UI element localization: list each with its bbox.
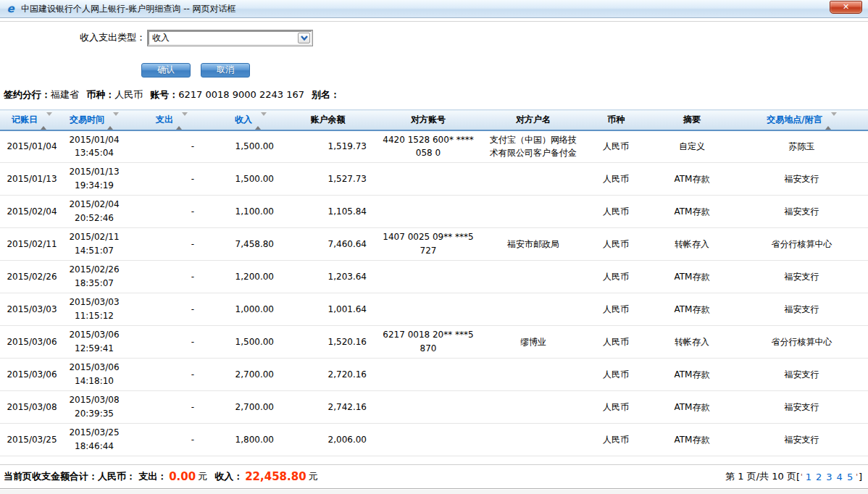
cell-currency: 人民币 bbox=[583, 261, 648, 293]
cell-balance: 1,001.64 bbox=[283, 293, 373, 326]
cell-location: 福安支行 bbox=[735, 163, 868, 196]
cell-location: 福安支行 bbox=[735, 261, 868, 293]
pagination: 第 1 页/共 10 页['12345'] bbox=[725, 470, 862, 483]
cell-counterparty-name: 福安市邮政局 bbox=[483, 228, 583, 261]
cell-counterparty-name bbox=[483, 391, 583, 424]
col-header-post-date[interactable]: 记账日 bbox=[0, 110, 64, 130]
chevron-down-icon[interactable] bbox=[298, 33, 310, 43]
table-body: 2015/01/04 2015/01/0413:45:04 - 1,500.00… bbox=[0, 130, 868, 456]
cell-txn-time: 2015/03/0311:15:12 bbox=[64, 293, 125, 326]
txn-date-line: 2015/02/11 bbox=[67, 230, 121, 244]
table-row: 2015/03/06 2015/03/0612:59:41 - 1,500.00… bbox=[0, 326, 868, 359]
cell-balance: 1,105.84 bbox=[283, 196, 373, 228]
col-header-income[interactable]: 收入 bbox=[219, 110, 283, 130]
totals-out-value: 0.00 bbox=[169, 470, 196, 483]
cell-expense: - bbox=[125, 130, 219, 163]
cell-balance: 1,519.73 bbox=[283, 130, 373, 163]
page-totals: 当前页收支金额合计： 人民币： 支出： 0.00 元 收入： 22,458.80… bbox=[4, 470, 325, 483]
transactions-table: 记账日 交易时间 支出 收入 账户余额 对方账号 对方户名 币种 摘要 交易地点… bbox=[0, 109, 868, 456]
txn-date-line: 2015/01/13 bbox=[67, 165, 121, 179]
txn-time-line: 20:52:46 bbox=[67, 212, 121, 225]
cell-counterparty-account bbox=[373, 163, 483, 196]
txn-date-line: 2015/03/25 bbox=[67, 426, 121, 440]
cell-balance: 1,527.73 bbox=[283, 163, 373, 196]
cell-income: 1,100.00 bbox=[219, 196, 283, 228]
table-row: 2015/03/08 2015/03/0820:39:35 - 2,700.00… bbox=[0, 391, 868, 424]
page-info: 第 1 页/共 10 页 bbox=[725, 470, 796, 483]
cell-currency: 人民币 bbox=[583, 424, 648, 456]
account-info-line: 签约分行：福建省 币种：人民币 账号：6217 0018 9000 2243 1… bbox=[0, 88, 868, 101]
cell-counterparty-account: 4420 1528 600* **** 058 0 bbox=[373, 130, 483, 163]
cell-txn-time: 2015/02/2618:35:07 bbox=[64, 261, 125, 293]
cell-currency: 人民币 bbox=[583, 359, 648, 391]
confirm-button[interactable]: 确认 bbox=[141, 63, 191, 78]
cell-counterparty-account bbox=[373, 424, 483, 456]
cell-expense: - bbox=[125, 228, 219, 261]
page-link-1[interactable]: 1 bbox=[806, 472, 811, 482]
txn-date-line: 2015/03/06 bbox=[67, 361, 121, 374]
cell-location: 福安支行 bbox=[735, 391, 868, 424]
cell-txn-time: 2015/03/2518:46:44 bbox=[64, 424, 125, 456]
table-row: 2015/03/03 2015/03/0311:15:12 - 1,000.00… bbox=[0, 293, 868, 326]
branch-value: 福建省 bbox=[51, 89, 79, 100]
table-row: 2015/03/06 2015/03/0614:18:10 - 2,700.00… bbox=[0, 359, 868, 391]
cell-location: 福安支行 bbox=[735, 424, 868, 456]
txn-time-line: 14:51:07 bbox=[67, 244, 121, 258]
txn-time-line: 11:15:12 bbox=[67, 309, 121, 323]
summary-bar: 当前页收支金额合计： 人民币： 支出： 0.00 元 收入： 22,458.80… bbox=[0, 464, 868, 489]
column-header-label: 账户余额 bbox=[311, 114, 346, 125]
cell-post-date: 2015/03/06 bbox=[0, 326, 64, 359]
filter-form: 收入支出类型： 收入 bbox=[0, 30, 868, 46]
cell-income: 1,800.00 bbox=[219, 424, 283, 456]
txn-date-line: 2015/02/04 bbox=[67, 198, 121, 212]
col-header-txn-time[interactable]: 交易时间 bbox=[64, 110, 125, 130]
page-link-3[interactable]: 3 bbox=[826, 472, 832, 482]
table-row: 2015/02/26 2015/02/2618:35:07 - 1,200.00… bbox=[0, 261, 868, 293]
cell-income: 1,500.00 bbox=[219, 130, 283, 163]
account-number-label: 账号： bbox=[150, 89, 178, 100]
table-header-row: 记账日 交易时间 支出 收入 账户余额 对方账号 对方户名 币种 摘要 交易地点… bbox=[0, 110, 868, 130]
col-header-balance: 账户余额 bbox=[283, 110, 373, 130]
cancel-button[interactable]: 取消 bbox=[201, 63, 250, 78]
cell-summary: ATM存款 bbox=[648, 196, 735, 228]
page-link-5[interactable]: 5 bbox=[847, 472, 853, 482]
cell-counterparty-name: 缪博业 bbox=[483, 326, 583, 359]
currency-value: 人民币 bbox=[114, 89, 143, 100]
cell-currency: 人民币 bbox=[583, 326, 648, 359]
cell-post-date: 2015/03/03 bbox=[0, 293, 64, 326]
cell-counterparty-name bbox=[483, 261, 583, 293]
cell-balance: 7,460.64 bbox=[283, 228, 373, 261]
txn-time-line: 19:34:19 bbox=[67, 179, 121, 193]
cell-location: 福安支行 bbox=[735, 196, 868, 228]
cell-post-date: 2015/03/06 bbox=[0, 359, 64, 391]
branch-label: 签约分行： bbox=[4, 89, 51, 100]
cell-counterparty-account bbox=[373, 359, 483, 391]
cell-summary: ATM存款 bbox=[648, 359, 735, 391]
prev-page-icon[interactable]: ' bbox=[801, 473, 803, 481]
column-header-label: 记账日 bbox=[12, 114, 38, 125]
col-header-expense[interactable]: 支出 bbox=[125, 110, 219, 130]
cell-txn-time: 2015/03/0820:39:35 bbox=[64, 391, 125, 424]
bracket-close: ] bbox=[859, 472, 862, 482]
next-page-icon[interactable]: ' bbox=[856, 473, 858, 481]
sort-arrows-icon bbox=[107, 116, 119, 126]
txn-time-line: 18:46:44 bbox=[67, 440, 121, 453]
cell-summary: ATM存款 bbox=[648, 293, 735, 326]
cell-summary: 自定义 bbox=[648, 130, 735, 163]
column-header-label: 对方账号 bbox=[411, 114, 446, 125]
col-header-location[interactable]: 交易地点/附言 bbox=[735, 110, 868, 130]
cell-income: 1,500.00 bbox=[219, 326, 283, 359]
cell-post-date: 2015/02/26 bbox=[0, 261, 64, 293]
cell-counterparty-name bbox=[483, 196, 583, 228]
cell-expense: - bbox=[125, 163, 219, 196]
cell-txn-time: 2015/01/1319:34:19 bbox=[64, 163, 125, 196]
cell-counterparty-name bbox=[483, 359, 583, 391]
column-header-label: 交易地点/附言 bbox=[767, 114, 822, 125]
income-expense-type-select[interactable]: 收入 bbox=[148, 30, 312, 46]
cell-income: 2,700.00 bbox=[219, 391, 283, 424]
window-titlebar: e 中国建设银行个人网上银行-账户明细查询 -- 网页对话框 ✕ bbox=[0, 0, 868, 18]
cell-counterparty-name: 支付宝（中国）网络技术有限公司客户备付金 bbox=[483, 130, 583, 163]
page-link-4[interactable]: 4 bbox=[837, 472, 843, 482]
page-link-2[interactable]: 2 bbox=[816, 472, 822, 482]
close-icon[interactable]: ✕ bbox=[830, 1, 862, 14]
